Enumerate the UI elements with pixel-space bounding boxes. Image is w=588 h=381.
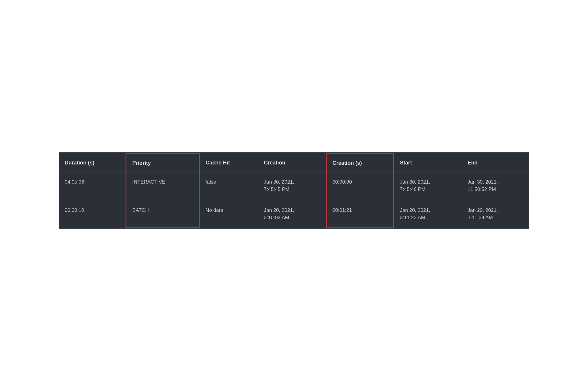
data-table-wrapper: Duration (s) Priority Cache Hit Creation… <box>59 152 529 229</box>
table-row: 04:05:06INTERACTIVEfalseJan 30, 2021,7:4… <box>59 172 529 200</box>
col-header-priority: Priority <box>126 153 199 172</box>
cell-cache-hit: false <box>199 172 258 200</box>
col-header-duration: Duration (s) <box>59 153 126 172</box>
cell-creation: Jan 30, 2021,7:45:45 PM <box>258 172 326 200</box>
cell-start: Jan 20, 2021,3:11:23 AM <box>394 200 462 228</box>
data-table: Duration (s) Priority Cache Hit Creation… <box>59 153 529 229</box>
table-header-row: Duration (s) Priority Cache Hit Creation… <box>59 153 529 172</box>
cell-duration: 04:05:06 <box>59 172 126 200</box>
cell-creation: Jan 20, 2021,3:10:02 AM <box>258 200 326 228</box>
cell-cache-hit: No data <box>199 200 258 228</box>
col-header-end: End <box>462 153 529 172</box>
col-header-cache-hit: Cache Hit <box>199 153 258 172</box>
cell-start: Jan 30, 2021,7:45:46 PM <box>394 172 462 200</box>
col-header-creation-s: Creation (s) <box>326 153 393 172</box>
cell-end: Jan 20, 2021,3:11:34 AM <box>462 200 529 228</box>
cell-priority: INTERACTIVE <box>126 172 199 200</box>
col-header-start: Start <box>394 153 462 172</box>
cell-creation-s: 00:01:21 <box>326 200 393 228</box>
cell-priority: BATCH <box>126 200 199 228</box>
col-header-creation: Creation <box>258 153 326 172</box>
cell-duration: 00:00:10 <box>59 200 126 228</box>
cell-end: Jan 30, 2021,11:50:52 PM <box>462 172 529 200</box>
table-row: 00:00:10BATCHNo dataJan 20, 2021,3:10:02… <box>59 200 529 228</box>
cell-creation-s: 00:00:00 <box>326 172 393 200</box>
